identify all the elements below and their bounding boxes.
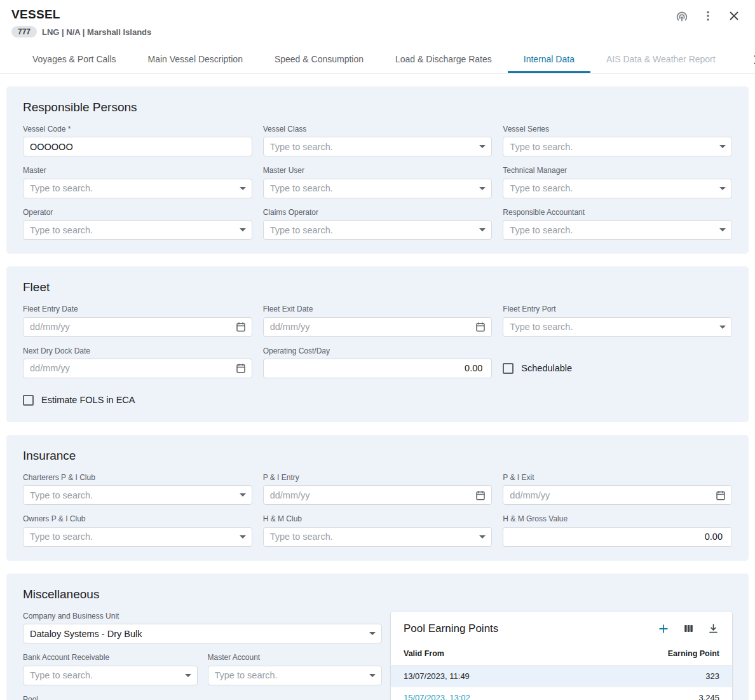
schedulable-checkbox[interactable]: Schedulable bbox=[503, 363, 732, 378]
fleet-entry-port-input[interactable] bbox=[503, 318, 731, 336]
responsible-accountant-label: Responsible Accountant bbox=[503, 208, 732, 217]
chevron-down-icon[interactable] bbox=[479, 137, 486, 156]
chevron-right-icon[interactable] bbox=[747, 46, 755, 73]
field-responsible-accountant: Responsible Accountant bbox=[503, 208, 732, 240]
bank-account-receivable-input[interactable] bbox=[24, 666, 197, 685]
fleet-exit-date-field[interactable] bbox=[263, 317, 493, 337]
calendar-icon[interactable] bbox=[475, 486, 486, 504]
valid-from-cell-link[interactable]: 15/07/2023, 13:02 bbox=[404, 693, 470, 700]
master-user-select[interactable] bbox=[263, 179, 493, 198]
field-fleet-exit-date: Fleet Exit Date bbox=[263, 305, 493, 336]
operating-cost-day-input[interactable] bbox=[264, 359, 492, 378]
estimate-fols-in-eca-checkbox[interactable]: Estimate FOLS in ECA bbox=[17, 395, 738, 406]
company-business-unit-input[interactable] bbox=[24, 624, 381, 643]
hm-club-select[interactable] bbox=[263, 527, 493, 547]
tab-ais-data-weather-report[interactable]: AIS Data & Weather Report bbox=[590, 46, 731, 73]
pi-exit-date-field[interactable] bbox=[503, 485, 732, 505]
chevron-down-icon[interactable] bbox=[479, 528, 486, 546]
field-operator: Operator bbox=[23, 208, 252, 240]
tab-main-vessel-description[interactable]: Main Vessel Description bbox=[132, 46, 259, 73]
chevron-down-icon[interactable] bbox=[240, 179, 246, 198]
chevron-down-icon[interactable] bbox=[479, 179, 486, 198]
section-title: Fleet bbox=[17, 280, 738, 294]
hm-gross-value-input[interactable] bbox=[503, 528, 731, 546]
vessel-code-field[interactable] bbox=[23, 137, 252, 156]
vessel-class-select[interactable] bbox=[263, 137, 493, 156]
pi-entry-date-field[interactable] bbox=[263, 485, 493, 505]
fleet-entry-date-input[interactable] bbox=[24, 318, 252, 336]
chevron-down-icon[interactable] bbox=[719, 137, 726, 156]
pi-entry-input[interactable] bbox=[264, 486, 492, 504]
vessel-class-input[interactable] bbox=[264, 137, 492, 156]
chevron-down-icon[interactable] bbox=[479, 221, 486, 239]
download-icon[interactable] bbox=[707, 622, 719, 635]
fleet-entry-date-field[interactable] bbox=[23, 317, 252, 337]
field-master: Master bbox=[23, 166, 252, 198]
vessel-code-input[interactable] bbox=[24, 137, 252, 156]
vessel-series-select[interactable] bbox=[503, 137, 732, 156]
field-owners-pi-club: Owners P & I Club bbox=[23, 514, 252, 546]
columns-icon[interactable] bbox=[683, 622, 695, 635]
earning-point-cell: 3,245 bbox=[698, 693, 719, 700]
chevron-down-icon[interactable] bbox=[369, 666, 376, 685]
calendar-icon[interactable] bbox=[235, 359, 247, 378]
chevron-down-icon[interactable] bbox=[719, 179, 726, 198]
chevron-down-icon[interactable] bbox=[719, 318, 726, 336]
next-dry-dock-date-field[interactable] bbox=[23, 359, 252, 378]
kebab-menu-icon[interactable] bbox=[702, 10, 714, 22]
responsible-accountant-select[interactable] bbox=[503, 220, 732, 240]
chevron-down-icon[interactable] bbox=[369, 624, 376, 643]
vessel-class-label: Vessel Class bbox=[263, 125, 493, 134]
claims-operator-select[interactable] bbox=[263, 220, 493, 240]
field-operating-cost-day: Operating Cost/Day bbox=[263, 347, 493, 378]
master-account-label: Master Account bbox=[208, 653, 383, 662]
charterers-pi-club-select[interactable] bbox=[23, 485, 252, 505]
operator-input[interactable] bbox=[24, 221, 252, 239]
pi-exit-input[interactable] bbox=[503, 486, 731, 504]
master-user-input[interactable] bbox=[264, 179, 492, 198]
owners-pi-club-input[interactable] bbox=[24, 528, 252, 546]
hm-gross-value-field[interactable] bbox=[503, 527, 732, 547]
vessel-subtitle: LNG | N/A | Marshall Islands bbox=[42, 27, 151, 37]
calendar-icon[interactable] bbox=[235, 318, 247, 336]
tab-speed-consumption[interactable]: Speed & Consumption bbox=[259, 46, 379, 73]
operating-cost-day-field[interactable] bbox=[263, 359, 493, 378]
master-account-input[interactable] bbox=[208, 666, 382, 685]
tab-internal-data[interactable]: Internal Data bbox=[508, 46, 590, 73]
table-row[interactable]: 15/07/2023, 13:02 3,245 bbox=[391, 687, 732, 700]
operator-label: Operator bbox=[23, 208, 252, 217]
technical-manager-select[interactable] bbox=[503, 179, 732, 198]
fleet-exit-date-input[interactable] bbox=[264, 318, 492, 336]
chevron-down-icon[interactable] bbox=[185, 666, 191, 685]
calendar-icon[interactable] bbox=[475, 318, 486, 336]
chevron-down-icon[interactable] bbox=[240, 528, 246, 546]
master-select[interactable] bbox=[23, 179, 252, 198]
table-row[interactable]: 13/07/2023, 11:49 323 bbox=[391, 666, 732, 687]
tab-truncated[interactable]: Cor bbox=[731, 46, 747, 73]
tab-load-discharge-rates[interactable]: Load & Discharge Rates bbox=[379, 46, 508, 73]
hm-club-input[interactable] bbox=[264, 528, 492, 546]
master-input[interactable] bbox=[24, 179, 252, 198]
calendar-icon[interactable] bbox=[715, 486, 726, 504]
operator-select[interactable] bbox=[23, 220, 252, 240]
chevron-down-icon[interactable] bbox=[719, 221, 726, 239]
charterers-pi-club-input[interactable] bbox=[24, 486, 252, 504]
responsible-accountant-input[interactable] bbox=[503, 221, 731, 239]
claims-operator-input[interactable] bbox=[264, 221, 492, 239]
chevron-down-icon[interactable] bbox=[240, 486, 246, 504]
tab-voyages-port-calls[interactable]: Voyages & Port Calls bbox=[17, 46, 132, 73]
next-dry-dock-date-input[interactable] bbox=[24, 359, 252, 378]
pool-earning-points-title: Pool Earning Points bbox=[404, 622, 498, 635]
vessel-series-input[interactable] bbox=[503, 137, 731, 156]
close-icon[interactable] bbox=[727, 9, 741, 23]
bank-account-receivable-select[interactable] bbox=[23, 666, 198, 685]
wifi-tethering-icon[interactable] bbox=[675, 9, 689, 23]
technical-manager-input[interactable] bbox=[503, 179, 731, 198]
owners-pi-club-select[interactable] bbox=[23, 527, 252, 547]
fleet-entry-port-select[interactable] bbox=[503, 317, 732, 337]
master-account-select[interactable] bbox=[208, 666, 383, 685]
section-title: Responsible Persons bbox=[17, 100, 738, 114]
add-icon[interactable] bbox=[657, 622, 670, 635]
chevron-down-icon[interactable] bbox=[240, 221, 246, 239]
company-business-unit-select[interactable] bbox=[23, 624, 382, 643]
